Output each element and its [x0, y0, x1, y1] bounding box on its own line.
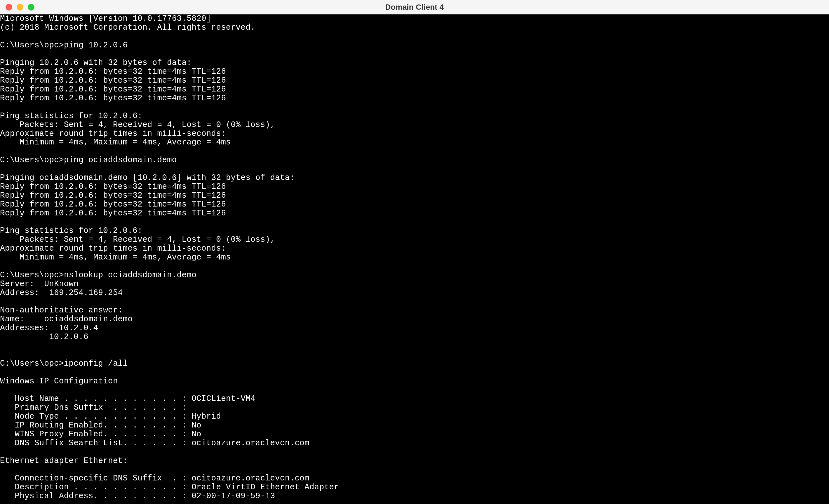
terminal-line: C:\Users\opc>ping ociaddsdomain.demo — [0, 156, 829, 165]
terminal-line: Pinging ociaddsdomain.demo [10.2.0.6] wi… — [0, 173, 829, 183]
window-container: Domain Client 4 Microsoft Windows [Versi… — [0, 0, 829, 504]
terminal-line: Minimum = 4ms, Maximum = 4ms, Average = … — [0, 138, 829, 147]
terminal-line: Reply from 10.2.0.6: bytes=32 time=4ms T… — [0, 209, 829, 218]
terminal-line: (c) 2018 Microsoft Corporation. All righ… — [0, 23, 829, 32]
terminal-line: Minimum = 4ms, Maximum = 4ms, Average = … — [0, 253, 829, 262]
terminal-line: IP Routing Enabled. . . . . . . . : No — [0, 421, 829, 430]
terminal-line: 10.2.0.6 — [0, 333, 829, 342]
terminal-line: Ping statistics for 10.2.0.6: — [0, 227, 829, 235]
terminal-line: Reply from 10.2.0.6: bytes=32 time=4ms T… — [0, 67, 829, 76]
terminal-line: Address: 169.254.169.254 — [0, 288, 829, 298]
terminal-line: Approximate round trip times in milli-se… — [0, 244, 829, 253]
terminal-line: Reply from 10.2.0.6: bytes=32 time=4ms T… — [0, 94, 829, 103]
terminal-line: Host Name . . . . . . . . . . . . : OCIC… — [0, 394, 829, 403]
titlebar[interactable]: Domain Client 4 — [0, 0, 829, 14]
terminal-line: Node Type . . . . . . . . . . . . : Hybr… — [0, 412, 829, 421]
terminal-line: Description . . . . . . . . . . . : Orac… — [0, 483, 829, 492]
close-button[interactable] — [5, 4, 12, 10]
terminal-line — [0, 350, 829, 359]
terminal-line: Approximate round trip times in milli-se… — [0, 129, 829, 138]
terminal-line: Packets: Sent = 4, Received = 4, Lost = … — [0, 121, 829, 129]
terminal-line — [0, 262, 829, 271]
terminal-line: Name: ociaddsdomain.demo — [0, 315, 829, 324]
terminal-line — [0, 342, 829, 350]
terminal-line — [0, 218, 829, 227]
terminal-output[interactable]: Microsoft Windows [Version 10.0.17763.58… — [0, 14, 829, 504]
window-title: Domain Client 4 — [385, 3, 444, 12]
terminal-line — [0, 32, 829, 41]
terminal-line: Connection-specific DNS Suffix . : ocito… — [0, 474, 829, 483]
terminal-line: Reply from 10.2.0.6: bytes=32 time=4ms T… — [0, 200, 829, 209]
terminal-line: Windows IP Configuration — [0, 377, 829, 386]
terminal-line — [0, 298, 829, 306]
maximize-button[interactable] — [28, 4, 34, 10]
terminal-line: Ping statistics for 10.2.0.6: — [0, 112, 829, 121]
terminal-line — [0, 465, 829, 474]
terminal-line: WINS Proxy Enabled. . . . . . . . : No — [0, 430, 829, 439]
terminal-line — [0, 103, 829, 112]
terminal-line: C:\Users\opc>ping 10.2.0.6 — [0, 41, 829, 50]
terminal-line — [0, 50, 829, 59]
terminal-line: Ethernet adapter Ethernet: — [0, 457, 829, 465]
minimize-button[interactable] — [16, 4, 23, 10]
terminal-line: Server: UnKnown — [0, 280, 829, 288]
terminal-line: Reply from 10.2.0.6: bytes=32 time=4ms T… — [0, 191, 829, 200]
terminal-line: Non-authoritative answer: — [0, 306, 829, 315]
terminal-line: Physical Address. . . . . . . . . : 02-0… — [0, 492, 829, 501]
terminal-line — [0, 368, 829, 377]
terminal-line: Reply from 10.2.0.6: bytes=32 time=4ms T… — [0, 85, 829, 94]
terminal-line: DNS Suffix Search List. . . . . . : ocit… — [0, 439, 829, 448]
terminal-line: Reply from 10.2.0.6: bytes=32 time=4ms T… — [0, 183, 829, 191]
terminal-line: Primary Dns Suffix . . . . . . . : — [0, 403, 829, 412]
traffic-lights — [5, 4, 34, 10]
terminal-line: Reply from 10.2.0.6: bytes=32 time=4ms T… — [0, 76, 829, 85]
terminal-line: Microsoft Windows [Version 10.0.17763.58… — [0, 14, 829, 23]
terminal-line: Pinging 10.2.0.6 with 32 bytes of data: — [0, 59, 829, 67]
terminal-line — [0, 165, 829, 173]
terminal-line: C:\Users\opc>nslookup ociaddsdomain.demo — [0, 271, 829, 280]
terminal-line — [0, 147, 829, 156]
terminal-line: C:\Users\opc>ipconfig /all — [0, 359, 829, 368]
terminal-line — [0, 448, 829, 457]
terminal-line: Packets: Sent = 4, Received = 4, Lost = … — [0, 235, 829, 244]
terminal-line — [0, 386, 829, 394]
terminal-line: Addresses: 10.2.0.4 — [0, 324, 829, 333]
